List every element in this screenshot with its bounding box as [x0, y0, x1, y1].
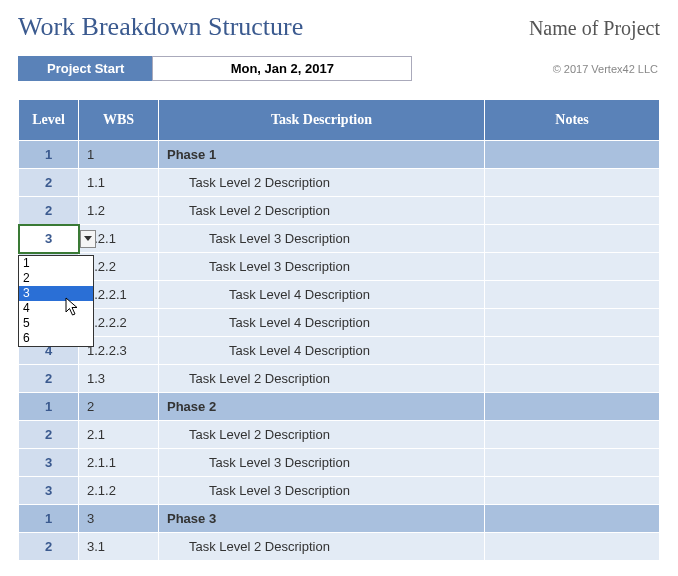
table-row: 12Phase 2 [19, 393, 660, 421]
cell-wbs[interactable]: 2 [79, 393, 159, 421]
table-row: 21.3Task Level 2 Description [19, 365, 660, 393]
table-row: 1.2.2.1Task Level 4 Description [19, 281, 660, 309]
cell-notes[interactable] [485, 169, 660, 197]
cell-level[interactable]: 3 [19, 225, 79, 253]
table-row: 1.2.2Task Level 3 Description [19, 253, 660, 281]
cell-desc[interactable]: Phase 3 [159, 505, 485, 533]
cell-notes[interactable] [485, 421, 660, 449]
project-start-value[interactable]: Mon, Jan 2, 2017 [152, 56, 412, 81]
cell-level[interactable]: 3 [19, 477, 79, 505]
dropdown-option[interactable]: 5 [19, 316, 93, 331]
dropdown-option[interactable]: 6 [19, 331, 93, 346]
cell-desc[interactable]: Task Level 3 Description [159, 449, 485, 477]
cell-desc[interactable]: Task Level 2 Description [159, 169, 485, 197]
cell-notes[interactable] [485, 141, 660, 169]
cell-notes[interactable] [485, 281, 660, 309]
table-row: 21.2Task Level 2 Description [19, 197, 660, 225]
table-row: 1.2.2.2Task Level 4 Description [19, 309, 660, 337]
cell-desc[interactable]: Task Level 2 Description [159, 365, 485, 393]
cell-level[interactable]: 2 [19, 365, 79, 393]
cell-notes[interactable] [485, 477, 660, 505]
cell-notes[interactable] [485, 505, 660, 533]
cell-notes[interactable] [485, 449, 660, 477]
dropdown-button[interactable] [80, 230, 96, 248]
cell-wbs[interactable]: 1.1 [79, 169, 159, 197]
cell-desc[interactable]: Task Level 2 Description [159, 533, 485, 561]
table-row: 21.1Task Level 2 Description [19, 169, 660, 197]
table-row: 11Phase 1 [19, 141, 660, 169]
cell-wbs[interactable]: 1 [79, 141, 159, 169]
project-start-label: Project Start [18, 56, 153, 81]
cell-desc[interactable]: Task Level 2 Description [159, 421, 485, 449]
col-header-wbs[interactable]: WBS [79, 100, 159, 141]
copyright-text: © 2017 Vertex42 LLC [553, 63, 660, 75]
cell-wbs[interactable]: 2.1.2 [79, 477, 159, 505]
project-name: Name of Project [529, 17, 660, 40]
page-title: Work Breakdown Structure [18, 12, 303, 42]
table-row: 32.1.1Task Level 3 Description [19, 449, 660, 477]
cell-wbs[interactable]: 2.1.1 [79, 449, 159, 477]
table-row: 32.1.2Task Level 3 Description [19, 477, 660, 505]
cell-notes[interactable] [485, 253, 660, 281]
cell-desc[interactable]: Phase 1 [159, 141, 485, 169]
cell-level[interactable]: 2 [19, 197, 79, 225]
col-header-level[interactable]: Level [19, 100, 79, 141]
table-row: 23.1Task Level 2 Description [19, 533, 660, 561]
cell-desc[interactable]: Task Level 4 Description [159, 309, 485, 337]
cell-desc[interactable]: Task Level 4 Description [159, 337, 485, 365]
cell-notes[interactable] [485, 337, 660, 365]
cell-desc[interactable]: Task Level 2 Description [159, 197, 485, 225]
dropdown-option[interactable]: 2 [19, 271, 93, 286]
table-row: 41.2.2.3Task Level 4 Description [19, 337, 660, 365]
cell-level[interactable]: 2 [19, 421, 79, 449]
cell-notes[interactable] [485, 197, 660, 225]
cell-notes[interactable] [485, 309, 660, 337]
cell-level[interactable]: 1 [19, 393, 79, 421]
table-row: 31.2.1Task Level 3 Description [19, 225, 660, 253]
cell-desc[interactable]: Phase 2 [159, 393, 485, 421]
cell-desc[interactable]: Task Level 3 Description [159, 477, 485, 505]
table-row: 22.1Task Level 2 Description [19, 421, 660, 449]
cell-level[interactable]: 3 [19, 449, 79, 477]
dropdown-option[interactable]: 3 [19, 286, 93, 301]
cell-notes[interactable] [485, 225, 660, 253]
wbs-table: Level WBS Task Description Notes 11Phase… [18, 99, 660, 561]
dropdown-option[interactable]: 1 [19, 256, 93, 271]
cell-wbs[interactable]: 3 [79, 505, 159, 533]
cell-wbs[interactable]: 3.1 [79, 533, 159, 561]
cell-wbs[interactable]: 1.3 [79, 365, 159, 393]
col-header-notes[interactable]: Notes [485, 100, 660, 141]
cell-desc[interactable]: Task Level 4 Description [159, 281, 485, 309]
cell-level[interactable]: 2 [19, 533, 79, 561]
cell-level[interactable]: 1 [19, 141, 79, 169]
dropdown-option[interactable]: 4 [19, 301, 93, 316]
cell-desc[interactable]: Task Level 3 Description [159, 253, 485, 281]
cell-desc[interactable]: Task Level 3 Description [159, 225, 485, 253]
cell-level[interactable]: 2 [19, 169, 79, 197]
level-dropdown-list[interactable]: 123456 [18, 255, 94, 347]
cell-notes[interactable] [485, 393, 660, 421]
col-header-desc[interactable]: Task Description [159, 100, 485, 141]
cell-wbs[interactable]: 1.2 [79, 197, 159, 225]
cell-level[interactable]: 1 [19, 505, 79, 533]
cell-notes[interactable] [485, 365, 660, 393]
cell-wbs[interactable]: 2.1 [79, 421, 159, 449]
table-row: 13Phase 3 [19, 505, 660, 533]
cell-notes[interactable] [485, 533, 660, 561]
